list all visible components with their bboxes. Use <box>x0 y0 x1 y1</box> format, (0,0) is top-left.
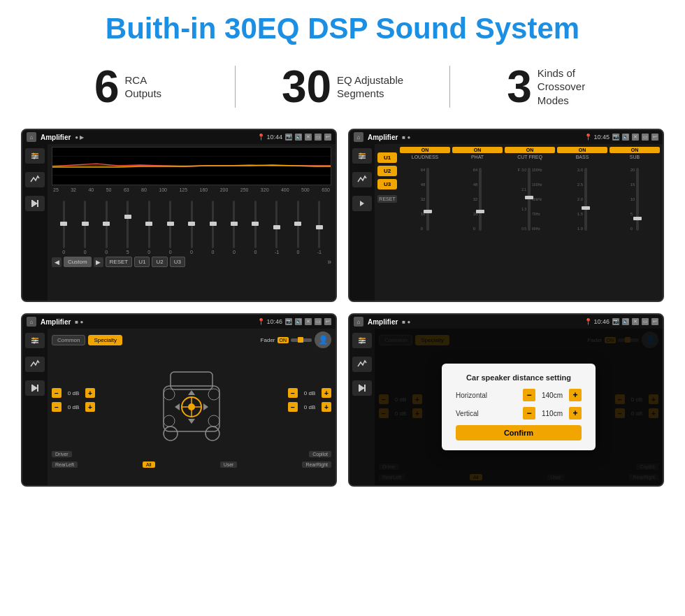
slider-thumb-4[interactable] <box>124 215 131 219</box>
screen4-back[interactable]: ↩ <box>651 318 658 325</box>
db2-plus-btn[interactable]: + <box>85 402 95 412</box>
sub-on-btn[interactable]: ON <box>610 147 660 153</box>
u2-preset-btn[interactable]: U2 <box>377 166 397 176</box>
phat-slider[interactable] <box>479 168 482 231</box>
bass-thumb[interactable] <box>582 206 590 210</box>
stat-crossover-number: 3 <box>507 64 532 109</box>
s3-side-btn3[interactable] <box>25 380 45 396</box>
cutfreq-on-btn[interactable]: ON <box>505 147 555 153</box>
vertical-minus-btn[interactable]: − <box>523 407 535 420</box>
s2-side-btn2[interactable] <box>352 172 372 187</box>
slider-track-9[interactable] <box>233 201 235 248</box>
slider-thumb-2[interactable] <box>82 222 89 226</box>
slider-thumb-3[interactable] <box>103 222 110 226</box>
specialty-tab[interactable]: Specialty <box>88 335 122 345</box>
slider-track-11[interactable] <box>275 201 277 248</box>
slider-track-7[interactable] <box>191 201 193 248</box>
eq-side-btn1[interactable] <box>25 148 45 164</box>
slider-track-3[interactable] <box>106 201 108 248</box>
slider-thumb-5[interactable] <box>145 222 152 226</box>
loudness-slider[interactable] <box>426 168 429 231</box>
slider-track-2[interactable] <box>84 201 86 248</box>
slider-thumb-11[interactable] <box>273 225 280 229</box>
s4-side-btn2[interactable] <box>352 357 372 372</box>
common-tab[interactable]: Common <box>52 335 85 345</box>
profile-icon[interactable]: 👤 <box>315 331 331 348</box>
slider-thumb-8[interactable] <box>210 222 217 226</box>
db1-minus-btn[interactable]: − <box>52 388 62 398</box>
driver-btn[interactable]: Driver <box>52 451 72 457</box>
slider-track-10[interactable] <box>254 201 257 248</box>
rearleft-btn[interactable]: RearLeft <box>52 461 78 468</box>
db2-minus-btn[interactable]: − <box>52 402 62 412</box>
slider-track-8[interactable] <box>212 201 214 248</box>
screen3-home-icon[interactable]: ⌂ <box>27 317 36 327</box>
slider-track-13[interactable] <box>318 201 320 248</box>
fader-on-btn[interactable]: ON <box>277 337 289 343</box>
bass-on-btn[interactable]: ON <box>557 147 607 153</box>
s2-reset-btn[interactable]: RESET <box>377 195 397 203</box>
s2-side-btn1[interactable] <box>352 148 372 164</box>
eq-custom-btn[interactable]: Custom <box>64 257 92 267</box>
slider-thumb-13[interactable] <box>316 225 323 229</box>
db3-minus-btn[interactable]: − <box>288 388 298 398</box>
vertical-plus-btn[interactable]: + <box>569 407 582 420</box>
eq-reset-btn[interactable]: RESET <box>106 257 133 267</box>
slider-thumb-12[interactable] <box>294 222 301 226</box>
slider-thumb-6[interactable] <box>167 222 174 226</box>
eq-side-btn2[interactable] <box>25 172 45 187</box>
s2-side-btn3[interactable] <box>352 196 372 211</box>
eq-u2-btn[interactable]: U2 <box>152 257 167 267</box>
rearright-btn[interactable]: RearRight <box>302 461 331 468</box>
fader-thumb[interactable] <box>298 337 303 343</box>
slider-track-1[interactable] <box>63 201 65 248</box>
all-btn[interactable]: All <box>143 461 155 468</box>
user-btn[interactable]: User <box>220 461 238 468</box>
screen1-back[interactable]: ↩ <box>324 134 331 141</box>
screen2-home-icon[interactable]: ⌂ <box>354 132 363 142</box>
cutfreq-slider[interactable] <box>528 168 531 231</box>
s3-side-btn1[interactable] <box>25 333 45 348</box>
slider-thumb-9[interactable] <box>231 222 238 226</box>
slider-track-6[interactable] <box>169 201 171 248</box>
slider-thumb-1[interactable] <box>60 222 67 226</box>
s3-side-btn2[interactable] <box>25 357 45 372</box>
db4-minus-btn[interactable]: − <box>288 402 298 412</box>
phat-on-btn[interactable]: ON <box>452 147 503 153</box>
eq-u1-btn[interactable]: U1 <box>134 257 150 267</box>
screen2-back[interactable]: ↩ <box>651 134 658 141</box>
u1-preset-btn[interactable]: U1 <box>377 152 397 163</box>
eq-u3-btn[interactable]: U3 <box>170 257 185 267</box>
bass-slider[interactable] <box>584 168 587 231</box>
home-icon[interactable]: ⌂ <box>27 132 36 142</box>
eq-next-btn[interactable]: ▶ <box>94 257 103 267</box>
sub-thumb[interactable] <box>633 217 642 220</box>
slider-thumb-7[interactable] <box>188 222 195 226</box>
copilot-btn[interactable]: Copilot <box>309 451 331 457</box>
confirm-button[interactable]: Confirm <box>456 425 582 440</box>
fader-slider[interactable] <box>291 338 312 342</box>
horizontal-minus-btn[interactable]: − <box>523 389 535 401</box>
slider-track-12[interactable] <box>297 201 299 248</box>
loudness-thumb[interactable] <box>424 210 432 213</box>
db4-plus-btn[interactable]: + <box>322 402 331 412</box>
sub-slider[interactable] <box>636 168 639 231</box>
eq-prev-btn[interactable]: ◀ <box>52 257 62 267</box>
eq-side-btn3[interactable] <box>25 196 45 211</box>
eq-slider-8: 0 <box>202 201 223 255</box>
slider-thumb-10[interactable] <box>252 222 259 226</box>
cutfreq-thumb[interactable] <box>525 196 533 199</box>
screen4-home-icon[interactable]: ⌂ <box>354 317 363 327</box>
screen3-back[interactable]: ↩ <box>324 318 331 325</box>
db1-plus-btn[interactable]: + <box>85 388 95 398</box>
loudness-on-btn[interactable]: ON <box>400 147 450 153</box>
screen1-body: 25 32 40 50 63 80 100 125 160 200 250 32… <box>22 144 336 301</box>
phat-thumb[interactable] <box>476 210 484 213</box>
horizontal-plus-btn[interactable]: + <box>569 389 582 401</box>
slider-track-5[interactable] <box>148 201 150 248</box>
db3-plus-btn[interactable]: + <box>322 388 331 398</box>
s4-side-btn1[interactable] <box>352 333 372 348</box>
slider-track-4[interactable] <box>127 201 129 248</box>
u3-preset-btn[interactable]: U3 <box>377 179 397 189</box>
s4-side-btn3[interactable] <box>352 380 372 396</box>
